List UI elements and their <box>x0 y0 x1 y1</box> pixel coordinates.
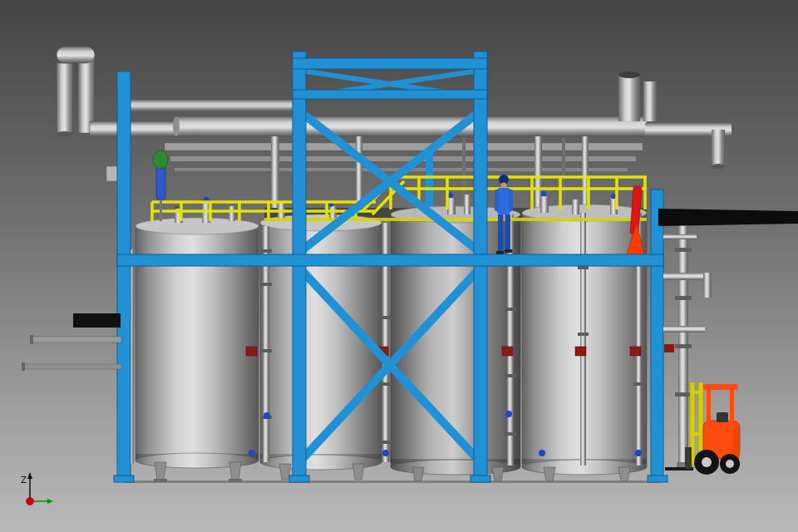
ground-shadow <box>125 480 661 483</box>
frame-beam-upper[interactable] <box>293 90 487 99</box>
arm-left[interactable] <box>495 190 499 211</box>
axis-z-label: Z <box>21 475 27 485</box>
face[interactable] <box>501 183 507 189</box>
guard-post[interactable] <box>707 387 711 424</box>
frame-beam-top[interactable] <box>293 58 487 69</box>
guard-top[interactable] <box>703 384 738 390</box>
seat[interactable] <box>717 412 728 422</box>
arm-right[interactable] <box>509 190 513 211</box>
frame-beam-mid[interactable] <box>117 254 663 266</box>
black-beam-right <box>658 209 798 226</box>
boot[interactable] <box>505 249 512 253</box>
guard-post[interactable] <box>730 387 734 427</box>
torso[interactable] <box>497 188 510 214</box>
boot[interactable] <box>496 251 504 254</box>
axis-origin <box>27 498 34 505</box>
counterweight[interactable] <box>733 426 740 459</box>
carriage[interactable] <box>685 447 692 469</box>
leg-left[interactable] <box>498 214 504 253</box>
cad-viewport[interactable]: Z <box>0 0 798 532</box>
frame-column-4[interactable] <box>651 190 663 480</box>
leg-right[interactable] <box>505 214 511 251</box>
frame-column-1[interactable] <box>117 71 131 480</box>
model-canvas[interactable]: Z <box>0 0 798 532</box>
